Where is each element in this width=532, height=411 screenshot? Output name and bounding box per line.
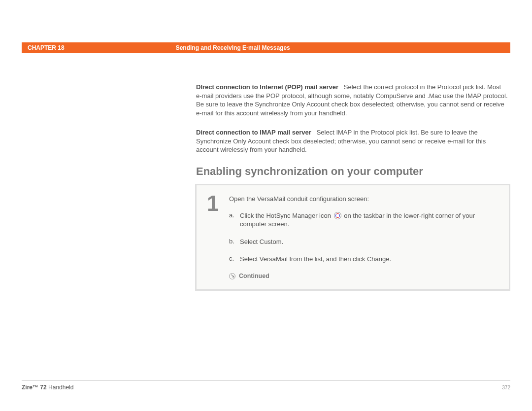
chapter-label: CHAPTER 18 (28, 44, 65, 51)
sub-step-c: c. Select VersaMail from the list, and t… (229, 255, 499, 264)
hotsync-icon (334, 212, 341, 219)
sub-text: Click the HotSync Manager icon on the ta… (240, 211, 499, 229)
footer-product-name: Zire™ 72 (22, 384, 47, 391)
step-lead: Open the VersaMail conduit configuration… (229, 195, 499, 203)
step-body: Open the VersaMail conduit configuration… (229, 185, 509, 289)
sub-marker: b. (229, 238, 240, 245)
footer-product: Zire™ 72 Handheld (22, 384, 73, 391)
continued-row: ↘ Continued (229, 273, 499, 279)
para-lead-pop: DIrect connection to Internet (POP) mail… (196, 83, 338, 91)
sub-text: Select VersaMail from the list, and then… (240, 255, 499, 264)
chapter-header: CHAPTER 18 Sending and Receiving E-mail … (22, 42, 510, 53)
paragraph-pop: DIrect connection to Internet (POP) mail… (196, 83, 508, 117)
page-footer: Zire™ 72 Handheld 372 (22, 380, 510, 391)
step-number-column: 1 (197, 185, 229, 289)
chapter-title: Sending and Receiving E-mail Messages (176, 44, 290, 51)
page-number: 372 (502, 385, 510, 390)
step-number: 1 (207, 191, 219, 216)
sub-marker: a. (229, 211, 240, 219)
continued-arrow-icon: ↘ (229, 273, 235, 279)
sub-step-a: a. Click the HotSync Manager icon on the… (229, 211, 499, 229)
section-title: Enabling synchronization on your compute… (196, 165, 508, 178)
continued-label: Continued (239, 273, 269, 279)
footer-product-rest: Handheld (47, 384, 74, 391)
sub-text: Select Custom. (240, 238, 499, 246)
sub-step-b: b. Select Custom. (229, 238, 499, 246)
sub-text-pre: Click the HotSync Manager icon (240, 212, 333, 219)
main-content: DIrect connection to Internet (POP) mail… (196, 83, 508, 291)
paragraph-imap: Direct connection to IMAP mail server Se… (196, 128, 508, 154)
sub-step-list: a. Click the HotSync Manager icon on the… (229, 211, 499, 264)
sub-marker: c. (229, 255, 240, 262)
step-box: 1 Open the VersaMail conduit configurati… (195, 184, 510, 291)
para-lead-imap: Direct connection to IMAP mail server (196, 129, 311, 136)
